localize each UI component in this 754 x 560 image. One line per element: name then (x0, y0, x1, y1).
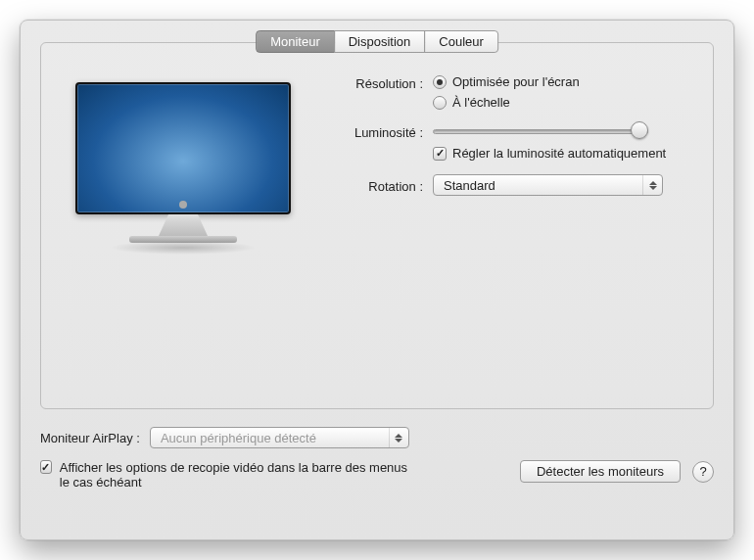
tab-bar: Moniteur Disposition Couleur (256, 30, 498, 53)
tab-layout[interactable]: Disposition (334, 30, 426, 53)
select-arrows-icon (642, 175, 662, 195)
rotation-label: Rotation : (330, 177, 423, 194)
rotation-value: Standard (444, 178, 495, 193)
display-shadow-icon (110, 241, 257, 255)
mirror-menu-label: Afficher les options de recopie vidéo da… (60, 460, 412, 490)
rotation-select[interactable]: Standard (433, 174, 663, 196)
display-stand-icon (159, 214, 208, 236)
tab-color[interactable]: Couleur (424, 30, 498, 53)
airplay-row: Moniteur AirPlay : Aucun périphérique dé… (40, 427, 714, 448)
resolution-best-label: Optimisée pour l'écran (452, 74, 580, 89)
mirror-menu-checkbox[interactable]: Afficher les options de recopie vidéo da… (40, 460, 412, 490)
settings-column: Résolution : Optimisée pour l'écran À l'… (330, 72, 693, 268)
detect-displays-button[interactable]: Détecter les moniteurs (520, 460, 681, 483)
brightness-auto-label: Régler la luminosité automatiquement (452, 146, 666, 161)
resolution-scaled-label: À l'échelle (452, 95, 510, 110)
displays-preferences-window: Moniteur Disposition Couleur Résolution … (20, 20, 734, 540)
radio-checked-icon (433, 75, 447, 89)
airplay-value: Aucun périphérique détecté (161, 431, 316, 445)
tab-monitor[interactable]: Moniteur (256, 30, 335, 53)
monitor-panel: Résolution : Optimisée pour l'écran À l'… (40, 42, 714, 409)
resolution-radio-group: Optimisée pour l'écran À l'échelle (433, 74, 580, 110)
airplay-label: Moniteur AirPlay : (40, 431, 140, 445)
resolution-row: Résolution : Optimisée pour l'écran À l'… (330, 74, 693, 110)
slider-track-icon (433, 129, 648, 134)
rotation-row: Rotation : Standard (330, 174, 693, 196)
footer-right-group: Détecter les moniteurs ? (520, 460, 714, 483)
airplay-select[interactable]: Aucun périphérique détecté (150, 427, 409, 448)
resolution-label: Résolution : (330, 74, 423, 91)
select-arrows-icon (389, 428, 408, 447)
display-screen-icon (75, 82, 291, 214)
checkbox-checked-icon (40, 460, 52, 474)
brightness-row: Luminosité : (330, 123, 693, 140)
slider-thumb-icon[interactable] (631, 121, 648, 139)
brightness-auto-checkbox[interactable]: Régler la luminosité automatiquement (433, 146, 693, 161)
footer-row: Afficher les options de recopie vidéo da… (40, 460, 714, 490)
brightness-label: Luminosité : (330, 123, 423, 140)
checkbox-checked-icon (433, 147, 447, 161)
brightness-slider[interactable] (433, 123, 648, 139)
resolution-scaled-option[interactable]: À l'échelle (433, 95, 580, 110)
help-button[interactable]: ? (692, 461, 714, 483)
display-illustration (61, 72, 306, 268)
resolution-best-option[interactable]: Optimisée pour l'écran (433, 74, 580, 89)
radio-unchecked-icon (433, 96, 447, 110)
